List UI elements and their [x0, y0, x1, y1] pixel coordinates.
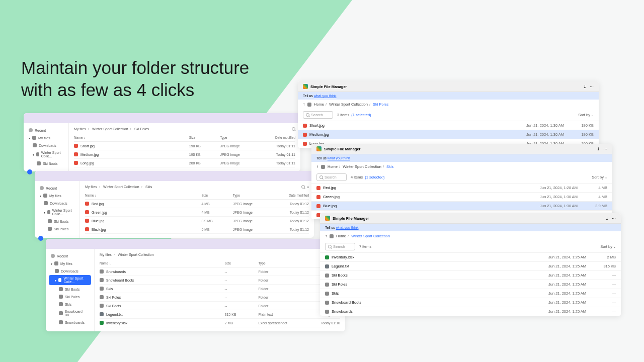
file-size: 5 MB — [201, 228, 232, 231]
crumb[interactable]: Winter Sport Collection — [103, 185, 139, 189]
more-icon[interactable]: ⋯ — [590, 84, 594, 89]
sidebar-winter[interactable]: ▾Winter Sport Colle... — [49, 275, 91, 285]
file-name: Snowboard Boots — [332, 300, 361, 305]
search-input[interactable]: Search — [303, 111, 333, 119]
table-row[interactable]: Skis--FolderToday 01:13 — [100, 285, 340, 293]
feedback-banner[interactable]: Tell us what you think — [320, 224, 621, 231]
table-row[interactable]: Snowboard Boots--FolderToday 01:13 — [100, 276, 340, 285]
more-icon[interactable]: ⋯ — [603, 147, 607, 151]
sidebar-skipoles[interactable]: Ski Poles — [49, 293, 91, 300]
sort-button[interactable]: Sort by ⌄ — [578, 113, 594, 117]
col-size[interactable]: Size — [201, 194, 232, 197]
crumb[interactable]: Winter Sport Collection — [118, 253, 154, 256]
tell-link[interactable]: what you think — [336, 226, 359, 229]
crumb[interactable]: Skis — [145, 185, 152, 189]
feedback-banner[interactable]: Tell us what you think — [311, 154, 612, 162]
sidebar-myfiles[interactable]: ▾My files — [38, 192, 76, 199]
crumb[interactable]: Winter Sport Collection — [343, 164, 381, 169]
sidebar-winter[interactable]: ▾Winter Sport Colle... — [27, 149, 65, 159]
sidebar-skiboots[interactable]: Ski Boots — [27, 160, 65, 167]
crumb[interactable]: Home — [336, 234, 346, 238]
crumb[interactable]: Home — [314, 102, 324, 107]
list-item[interactable]: Snowboard BootsJun 21, 2024, 1:25 AM— — [320, 298, 621, 307]
tell-link[interactable]: what you think — [314, 94, 337, 98]
pin-icon[interactable]: ⤓ — [605, 216, 609, 221]
crumb[interactable]: My files — [85, 185, 97, 189]
list-item[interactable]: Ski PolesJun 21, 2024, 1:25 AM— — [320, 280, 621, 289]
table-row[interactable]: Medium.jpg190 KBJPEG imageToday 01:11 — [74, 150, 295, 159]
list-item[interactable]: SkisJun 21, 2024, 1:25 AM— — [320, 289, 621, 298]
sidebar-skiboots[interactable]: Ski Boots — [49, 286, 91, 293]
sidebar-snowboards[interactable]: Snowboards — [49, 319, 91, 326]
crumb[interactable]: Home — [328, 164, 338, 169]
file-icon — [100, 269, 104, 274]
table-row[interactable]: Red.jpg4 MBJPEG imageToday 01:12 — [85, 200, 309, 208]
search-input[interactable]: Search — [325, 243, 355, 250]
list-item[interactable]: SnowboardsJun 21, 2024, 1:25 AM— — [320, 307, 621, 316]
search-input[interactable]: Search — [316, 173, 347, 181]
table-row[interactable]: Ski Poles--FolderToday 01:13 — [100, 293, 340, 302]
sidebar-skipoles[interactable]: Ski Poles — [38, 225, 76, 232]
list-item[interactable]: Inventory.xlsxJun 21, 2024, 1:25 AM2 MB — [320, 252, 621, 261]
table-row[interactable]: Ski Boots--FolderToday 01:13 — [100, 302, 340, 310]
pin-icon[interactable]: ⤓ — [597, 147, 600, 151]
list-item[interactable]: Ski BootsJun 21, 2024, 1:25 AM— — [320, 270, 621, 280]
table-row[interactable]: Black.jpg5 MBJPEG imageToday 01:12 — [85, 225, 309, 234]
sidebar-snowboardboots[interactable]: Snowboard Bo... — [49, 308, 91, 318]
list-item[interactable]: Red.jpgJun 21, 2024, 1:28 AM4 MB — [311, 183, 612, 192]
tell-link[interactable]: what you think — [328, 156, 350, 160]
up-dir-icon[interactable]: ↑ — [316, 164, 318, 169]
table-row[interactable]: Short.jpg190 KBJPEG imageToday 01:11 — [74, 142, 295, 150]
sidebar-skiboots[interactable]: Ski Boots — [38, 218, 76, 225]
sidebar-downloads[interactable]: Downloads — [27, 142, 65, 149]
table-row[interactable]: Legend.txt315 KBPlain textToday 01:10 — [100, 310, 340, 319]
sort-button[interactable]: Sort by ⌄ — [600, 244, 616, 249]
sidebar-recent[interactable]: Recent — [38, 185, 76, 192]
feedback-banner[interactable]: Tell us what you think — [298, 92, 599, 100]
crumb[interactable]: Winter Sport Collection — [92, 127, 128, 131]
col-size[interactable]: Size — [225, 261, 259, 265]
more-icon[interactable]: ≡ — [307, 186, 309, 189]
crumb-current: Ski Poles — [373, 102, 388, 107]
sort-button[interactable]: Sort by ⌄ — [592, 175, 607, 179]
col-name[interactable]: Name ↓ — [85, 194, 201, 197]
sidebar-recent[interactable]: Recent — [49, 252, 91, 259]
col-type[interactable]: Type — [220, 136, 260, 139]
sidebar-winter[interactable]: ▾Winter Sport Colle... — [38, 207, 76, 217]
col-name[interactable]: Name ↓ — [74, 136, 189, 139]
crumb[interactable]: My files — [100, 253, 112, 256]
file-date: Today 01:12 — [273, 228, 309, 231]
up-dir-icon[interactable]: ↑ — [325, 234, 327, 238]
table-row[interactable]: Long.jpg200 KBJPEG imageToday 01:11 — [74, 159, 295, 167]
item-count: 3 items (1 selected) — [337, 113, 371, 117]
sidebar-myfiles[interactable]: ▾My files — [49, 260, 91, 267]
more-icon[interactable]: ⋯ — [612, 216, 616, 221]
table-row[interactable]: Blue.jpg3.9 MBJPEG imageToday 01:12 — [85, 217, 309, 225]
col-size[interactable]: Size — [189, 136, 220, 139]
sidebar-myfiles[interactable]: ▾My files — [27, 134, 65, 141]
sidebar-skis[interactable]: Skis — [49, 301, 91, 308]
pin-icon[interactable]: ⤓ — [583, 84, 587, 89]
list-item[interactable]: Short.jpgJun 21, 2024, 1:30 AM190 KB — [298, 121, 599, 130]
table-row[interactable]: Green.jpg4 MBJPEG imageToday 01:12 — [85, 208, 309, 217]
search-icon[interactable] — [292, 127, 295, 131]
table-row[interactable]: Snowboards--FolderToday 01:13 — [100, 267, 340, 276]
col-date[interactable]: Date modified — [260, 136, 295, 139]
list-item[interactable]: Green.jpgJun 21, 2024, 1:30 AM4 MB — [311, 192, 612, 201]
col-type[interactable]: Type — [258, 261, 301, 265]
list-item[interactable]: Blue.jpgJun 21, 2024, 1:30 AM3.9 MB — [311, 201, 612, 210]
up-dir-icon[interactable]: ↑ — [303, 102, 305, 107]
table-row[interactable]: Inventory.xlsx2 MBExcel spreadsheetToday… — [100, 319, 340, 327]
sidebar-recent[interactable]: Recent — [27, 127, 65, 134]
crumb[interactable]: Winter Sport Collection — [329, 102, 368, 107]
search-icon[interactable] — [301, 185, 305, 189]
list-item[interactable]: Medium.jpgJun 21, 2024, 1:30 AM190 KB — [298, 130, 599, 139]
sidebar-downloads[interactable]: Downloads — [49, 267, 91, 275]
sidebar-downloads[interactable]: Downloads — [38, 200, 76, 207]
crumb[interactable]: Ski Poles — [134, 127, 149, 131]
col-type[interactable]: Type — [233, 194, 273, 197]
col-date[interactable]: Date modified — [273, 194, 309, 197]
col-name[interactable]: Name ↓ — [100, 261, 225, 265]
list-item[interactable]: Legend.txtJun 21, 2024, 1:25 AM315 KB — [320, 261, 621, 270]
crumb[interactable]: My files — [74, 127, 86, 131]
